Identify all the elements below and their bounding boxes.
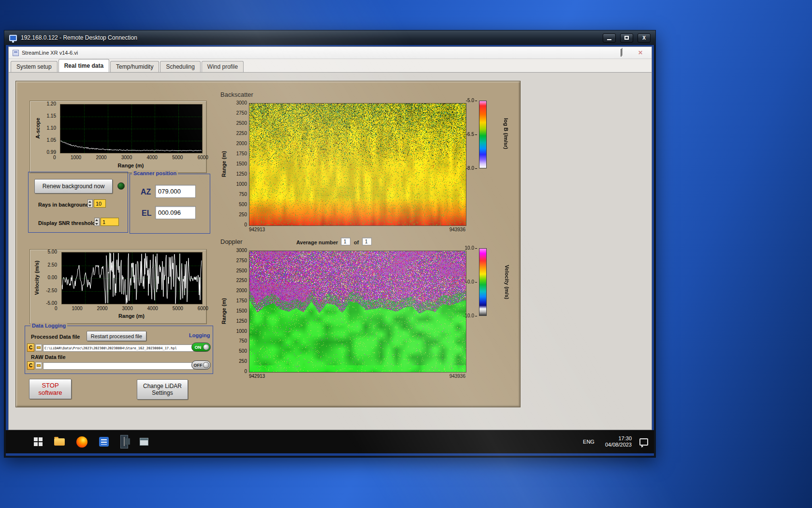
minimize-button[interactable] bbox=[603, 33, 616, 43]
text-editor-icon[interactable] bbox=[99, 437, 109, 447]
tick-label: 750 bbox=[239, 192, 247, 197]
backscatter-colorbar-labels: -5.0 -6.5 -8.0 bbox=[455, 98, 477, 171]
increment-icon[interactable] bbox=[95, 218, 99, 222]
tick-label: 3000 bbox=[236, 101, 247, 105]
streamline-app-taskbar-button[interactable] bbox=[120, 435, 128, 448]
tick-label: 0 bbox=[244, 369, 247, 374]
tick-label: 5000 bbox=[173, 306, 183, 311]
backscatter-heatmap bbox=[249, 103, 466, 226]
tick-label: 4000 bbox=[147, 306, 158, 311]
colorbar-tick: -6.5 bbox=[466, 132, 477, 137]
restart-processed-file-button[interactable]: Restart processed file bbox=[87, 331, 146, 341]
tick-label: 1500 bbox=[236, 162, 247, 166]
raw-logging-toggle[interactable]: OFF bbox=[191, 360, 211, 370]
snr-spinner[interactable] bbox=[94, 218, 100, 226]
increment-icon[interactable] bbox=[88, 200, 92, 204]
tick-label: 2750 bbox=[236, 258, 247, 263]
language-indicator[interactable]: ENG bbox=[580, 437, 597, 447]
background-controls-group: Renew background now Rays in background … bbox=[28, 172, 128, 233]
decrement-icon[interactable] bbox=[95, 222, 99, 226]
app-close-button[interactable]: ✕ bbox=[637, 49, 644, 56]
firefox-icon[interactable] bbox=[76, 436, 87, 448]
tab-wind-profile[interactable]: Wind profile bbox=[202, 61, 244, 72]
tick-label: 3000 bbox=[122, 306, 133, 311]
backscatter-y-title: Range (m) bbox=[221, 151, 227, 177]
tick-label: 0.99 bbox=[47, 150, 56, 155]
tick-label: 750 bbox=[239, 339, 247, 344]
doppler-colorbar bbox=[479, 248, 487, 316]
tick-label: 2000 bbox=[236, 141, 247, 146]
snr-value-field[interactable]: 1 bbox=[101, 218, 119, 226]
raw-drive-selector[interactable]: C bbox=[27, 361, 34, 370]
tab-scheduling[interactable]: Scheduling bbox=[160, 61, 200, 72]
tick-label: 2.50 bbox=[48, 263, 57, 268]
az-value-field[interactable]: 079.000 bbox=[155, 185, 196, 198]
tick-label: 1750 bbox=[236, 151, 247, 156]
ascope-x-axis: 0100020003000400050006000 bbox=[53, 155, 208, 160]
taskbar: ENG 17:30 04/08/2023 bbox=[6, 430, 654, 453]
processed-drive-selector[interactable]: C bbox=[27, 344, 34, 352]
ascope-x-title: Range (m) bbox=[60, 163, 202, 168]
tab-system-setup[interactable]: System setup bbox=[11, 61, 58, 72]
tick-label: 2750 bbox=[236, 111, 247, 116]
notification-icon[interactable] bbox=[639, 438, 648, 446]
processed-browse-button[interactable] bbox=[35, 344, 42, 351]
raw-browse-button[interactable] bbox=[35, 362, 42, 369]
data-logging-label: Data Logging bbox=[30, 323, 67, 329]
scanner-position-group: AZ 079.000 EL 000.096 bbox=[130, 174, 210, 234]
app-titlebar[interactable]: StreamLine XR v14-6.vi ✕ bbox=[9, 47, 652, 59]
colorbar-tick: -10.0 bbox=[463, 314, 477, 318]
app-window: StreamLine XR v14-6.vi ✕ System setup Re… bbox=[8, 46, 652, 430]
tick-label: 3000 bbox=[236, 248, 247, 253]
tick-label: 1000 bbox=[236, 329, 247, 334]
toggle-knob-icon bbox=[203, 362, 209, 368]
tick-label: -2.50 bbox=[46, 288, 57, 293]
start-button[interactable] bbox=[34, 437, 43, 446]
tick-label: 1750 bbox=[236, 299, 247, 303]
decrement-icon[interactable] bbox=[88, 204, 92, 208]
tab-temp-humidity[interactable]: Temp/humidity bbox=[110, 61, 159, 72]
tick-label: 2250 bbox=[236, 131, 247, 136]
tick-label: 2500 bbox=[236, 121, 247, 126]
tab-bar: System setup Real time data Temp/humidit… bbox=[9, 59, 652, 73]
tick-label: 0 bbox=[244, 223, 247, 227]
velocity-graph-frame: 5.002.500.00-2.50-5.00 Velocity (m/s) 01… bbox=[29, 249, 207, 324]
rays-spinner[interactable] bbox=[87, 199, 93, 208]
tick-label: 1250 bbox=[236, 319, 247, 324]
change-lidar-settings-button[interactable]: Change LiDAR Settings bbox=[137, 379, 188, 400]
processed-logging-toggle[interactable]: ON bbox=[191, 343, 211, 352]
tab-real-time-data[interactable]: Real time data bbox=[58, 59, 109, 72]
doppler-x-axis: 942913 943936 bbox=[249, 374, 465, 379]
doppler-colorbar-labels: 10.0 -0.0 -10.0 bbox=[455, 246, 477, 318]
scan-scheduler-icon[interactable] bbox=[140, 438, 148, 446]
tick-label: 0.00 bbox=[48, 275, 57, 280]
file-explorer-icon[interactable] bbox=[54, 438, 65, 446]
el-value-field[interactable]: 000.096 bbox=[155, 206, 196, 219]
remote-session-area: StreamLine XR v14-6.vi ✕ System setup Re… bbox=[6, 45, 654, 456]
processed-path-field[interactable]: C:\LiDAR\Data\Proc\2023\202308\20230804\… bbox=[43, 344, 194, 352]
ascope-graph-frame: 1.201.151.101.050.99 A-scope 01000200030… bbox=[29, 101, 207, 173]
raw-path-field[interactable] bbox=[43, 362, 194, 370]
doppler-colorbar-title: Velocity (m/s) bbox=[504, 265, 510, 299]
rays-value-field[interactable]: 10 bbox=[94, 199, 106, 208]
velocity-y-axis: 5.002.500.00-2.50-5.00 bbox=[33, 250, 57, 306]
app-restore-button[interactable] bbox=[618, 49, 624, 56]
close-button[interactable]: X bbox=[638, 33, 651, 43]
minimize-icon bbox=[607, 39, 611, 40]
average-number-field[interactable]: 1 bbox=[341, 238, 350, 245]
maximize-button[interactable] bbox=[620, 33, 633, 43]
maximize-icon bbox=[624, 36, 629, 40]
tick-label: 3000 bbox=[121, 155, 132, 160]
change-button-line1: Change LiDAR bbox=[143, 383, 182, 389]
tick-label: 1000 bbox=[236, 182, 247, 187]
colorbar-tick: -8.0 bbox=[466, 166, 477, 171]
of-label: of bbox=[354, 239, 359, 245]
average-count-field[interactable]: 1 bbox=[362, 238, 372, 245]
renew-background-button[interactable]: Renew background now bbox=[34, 179, 113, 194]
tick-label: 5.00 bbox=[48, 250, 57, 254]
clock[interactable]: 17:30 04/08/2023 bbox=[605, 435, 632, 448]
tick-label: 4000 bbox=[147, 155, 158, 160]
stop-software-button[interactable]: STOP software bbox=[29, 379, 72, 399]
toggle-knob-icon bbox=[203, 344, 209, 350]
rdp-titlebar[interactable]: 192.168.0.122 - Remote Desktop Connectio… bbox=[4, 30, 655, 45]
